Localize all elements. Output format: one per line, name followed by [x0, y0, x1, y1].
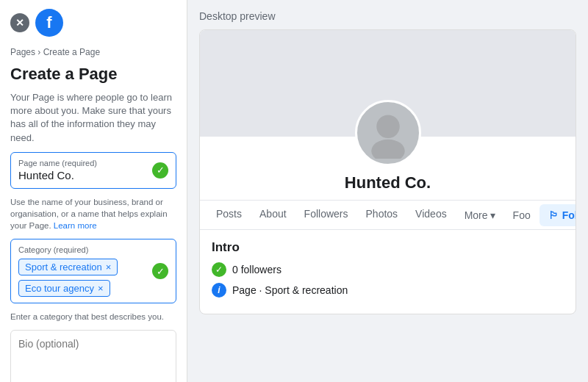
category-check-icon: ✓: [152, 263, 168, 279]
avatar-icon: [362, 107, 414, 159]
category-input[interactable]: [115, 283, 137, 295]
avatar: [355, 100, 421, 166]
follow-label: Follow: [562, 209, 576, 221]
page-name-field: Page name (required) ✓: [10, 152, 176, 189]
follow-button[interactable]: 🏳 Follow: [539, 204, 576, 226]
facebook-logo: f: [35, 9, 63, 37]
preview-label: Desktop preview: [199, 10, 576, 22]
follow-icon: 🏳: [548, 209, 559, 221]
nav-tabs: Posts About Followers Photos Videos More…: [200, 200, 576, 230]
avatar-container: [355, 100, 421, 166]
tag-sport-recreation: Sport & recreation ×: [18, 259, 118, 275]
bio-input[interactable]: [18, 338, 168, 382]
page-title: Create a Page: [10, 65, 176, 84]
tab-foo[interactable]: Foo: [504, 202, 539, 228]
svg-point-0: [376, 115, 400, 139]
top-bar: ✕ f: [10, 9, 176, 37]
remove-sport-tag[interactable]: ×: [106, 262, 112, 273]
intro-title: Intro: [212, 240, 564, 255]
cover-photo: [200, 30, 576, 137]
category-field: Category (required) Sport & recreation ×…: [10, 239, 176, 303]
tag-eco-tour: Eco tour agency ×: [18, 280, 110, 297]
tab-posts[interactable]: Posts: [207, 201, 251, 229]
info-icon: i: [212, 283, 226, 298]
page-name-label: Page name (required): [18, 159, 168, 167]
page-name-hint: Use the name of your business, brand or …: [10, 196, 176, 231]
intro-section: Intro ✓ 0 followers i Page · Sport & rec…: [200, 230, 576, 314]
category-text: Page · Sport & recreation: [232, 284, 348, 296]
followers-check-icon: ✓: [212, 262, 226, 277]
svg-point-1: [371, 140, 405, 159]
tag-sport-label: Sport & recreation: [25, 262, 102, 273]
preview-page-name: Hunted Co.: [200, 173, 576, 200]
description-text: Your Page is where people go to learn mo…: [10, 91, 176, 145]
breadcrumb: Pages › Create a Page: [10, 47, 176, 57]
category-item: i Page · Sport & recreation: [212, 283, 564, 298]
preview-card: Hunted Co. Posts About Followers Photos …: [199, 29, 576, 314]
tab-followers[interactable]: Followers: [295, 201, 357, 229]
follow-btn-area: 🏳 Follow: [539, 204, 576, 226]
right-panel: Desktop preview Hunted Co. Posts About F…: [187, 0, 588, 382]
followers-item: ✓ 0 followers: [212, 262, 564, 277]
page-name-input[interactable]: [18, 169, 148, 181]
tags-container: Sport & recreation × Eco tour agency ×: [18, 259, 168, 297]
remove-eco-tag[interactable]: ×: [98, 283, 104, 294]
left-panel: ✕ f Pages › Create a Page Create a Page …: [0, 0, 187, 382]
learn-more-link[interactable]: Learn more: [54, 221, 97, 230]
close-icon: ✕: [15, 17, 24, 29]
tab-more[interactable]: More ▾: [456, 202, 504, 228]
tag-eco-label: Eco tour agency: [25, 283, 94, 294]
bio-field: [10, 330, 176, 382]
more-label: More: [465, 209, 488, 221]
page-name-check-icon: ✓: [152, 162, 168, 179]
chevron-down-icon: ▾: [490, 209, 495, 221]
category-label: Category (required): [18, 245, 168, 254]
tab-videos[interactable]: Videos: [406, 201, 456, 229]
tab-about[interactable]: About: [251, 201, 295, 229]
close-button[interactable]: ✕: [10, 13, 29, 32]
category-hint: Enter a category that best describes you…: [10, 311, 176, 322]
followers-count: 0 followers: [232, 264, 282, 275]
tab-photos[interactable]: Photos: [357, 201, 407, 229]
